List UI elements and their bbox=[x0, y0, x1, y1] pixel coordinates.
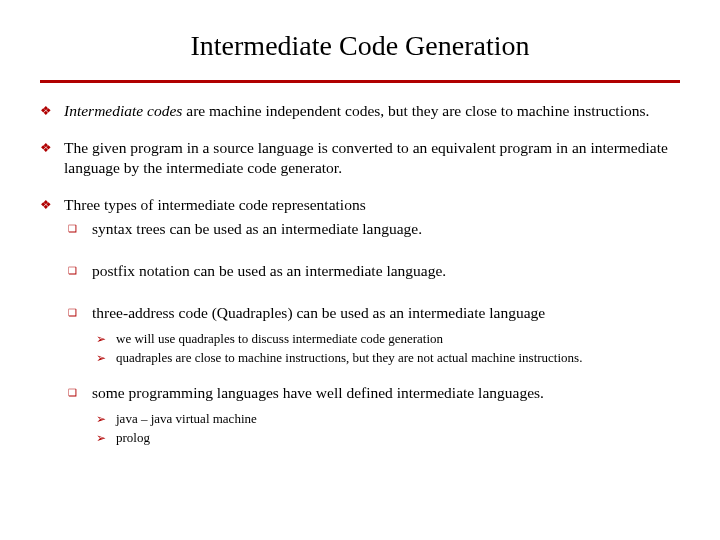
spacer bbox=[40, 369, 680, 379]
arrow-3-text: java – java virtual machine bbox=[116, 411, 680, 428]
arrow-3: ➢ java – java virtual machine bbox=[96, 411, 680, 428]
bullet-1: ❖ Intermediate codes are machine indepen… bbox=[40, 101, 680, 120]
arrow-icon: ➢ bbox=[96, 350, 116, 367]
square-icon: ❑ bbox=[68, 261, 92, 281]
bullet-1-text: Intermediate codes are machine independe… bbox=[64, 101, 680, 120]
arrow-1: ➢ we will use quadraples to discuss inte… bbox=[96, 331, 680, 348]
arrow-icon: ➢ bbox=[96, 430, 116, 447]
arrow-1-text: we will use quadraples to discuss interm… bbox=[116, 331, 680, 348]
sub-4-text: some programming languages have well def… bbox=[92, 383, 680, 403]
bullet-2: ❖ The given program in a source language… bbox=[40, 138, 680, 177]
sub-2-text: postfix notation can be used as an inter… bbox=[92, 261, 680, 281]
spacer bbox=[40, 289, 680, 299]
bullet-3: ❖ Three types of intermediate code repre… bbox=[40, 195, 680, 214]
bullet-1-italic: Intermediate codes bbox=[64, 102, 186, 119]
arrow-icon: ➢ bbox=[96, 331, 116, 348]
arrow-icon: ➢ bbox=[96, 411, 116, 428]
diamond-icon: ❖ bbox=[40, 101, 64, 120]
arrow-4-text: prolog bbox=[116, 430, 680, 447]
spacer bbox=[40, 247, 680, 257]
arrow-2-text: quadraples are close to machine instruct… bbox=[116, 350, 680, 367]
square-icon: ❑ bbox=[68, 383, 92, 403]
square-icon: ❑ bbox=[68, 303, 92, 323]
sub-3-text: three-address code (Quadraples) can be u… bbox=[92, 303, 680, 323]
sub-2: ❑ postfix notation can be used as an int… bbox=[68, 261, 680, 281]
title-divider bbox=[40, 80, 680, 83]
diamond-icon: ❖ bbox=[40, 138, 64, 177]
slide-title: Intermediate Code Generation bbox=[40, 30, 680, 62]
arrow-2: ➢ quadraples are close to machine instru… bbox=[96, 350, 680, 367]
sub-1-text: syntax trees can be used as an intermedi… bbox=[92, 219, 680, 239]
sub-4: ❑ some programming languages have well d… bbox=[68, 383, 680, 403]
sub-1: ❑ syntax trees can be used as an interme… bbox=[68, 219, 680, 239]
bullet-1-rest: are machine independent codes, but they … bbox=[186, 102, 649, 119]
slide: Intermediate Code Generation ❖ Intermedi… bbox=[0, 0, 720, 469]
bullet-2-text: The given program in a source language i… bbox=[64, 138, 680, 177]
sub-3: ❑ three-address code (Quadraples) can be… bbox=[68, 303, 680, 323]
square-icon: ❑ bbox=[68, 219, 92, 239]
diamond-icon: ❖ bbox=[40, 195, 64, 214]
bullet-3-text: Three types of intermediate code represe… bbox=[64, 195, 680, 214]
arrow-4: ➢ prolog bbox=[96, 430, 680, 447]
